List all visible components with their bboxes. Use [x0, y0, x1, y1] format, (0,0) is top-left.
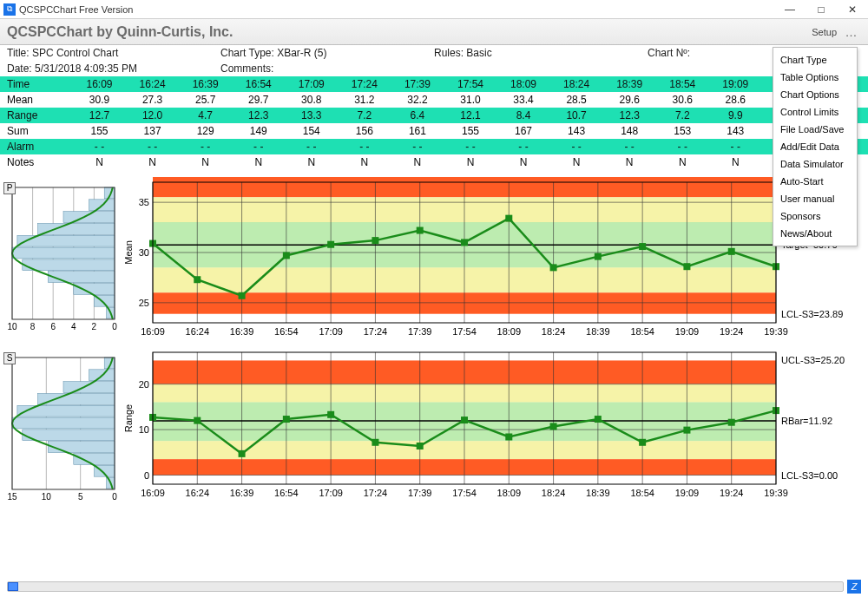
svg-text:16:09: 16:09 [141, 488, 165, 498]
svg-text:16:24: 16:24 [186, 326, 210, 337]
chart-area: 1086420 151050 P S 25303516:0916:2416:39… [0, 174, 868, 521]
cell: - - [709, 141, 762, 153]
cell: 161 [391, 125, 444, 137]
svg-text:LCL-S3=0.00: LCL-S3=0.00 [781, 470, 838, 481]
svg-rect-81 [505, 215, 512, 222]
cell: 143 [709, 125, 762, 137]
menu-item[interactable]: Chart Options [773, 86, 857, 103]
svg-text:19:24: 19:24 [720, 326, 744, 337]
window-titlebar: ⧉ QCSPCChart Free Version — □ ✕ [0, 0, 868, 19]
svg-text:UCL-S3=25.20: UCL-S3=25.20 [781, 355, 845, 365]
svg-rect-20 [74, 284, 115, 295]
svg-rect-16 [17, 235, 115, 246]
menu-item[interactable]: Auto-Start [773, 173, 857, 190]
menu-item[interactable]: Control Limits [773, 103, 857, 121]
menu-item[interactable]: File Load/Save [773, 121, 857, 138]
svg-text:16:39: 16:39 [230, 326, 254, 337]
cell: 4.7 [179, 109, 232, 121]
cell: N [444, 156, 496, 168]
svg-text:18:09: 18:09 [497, 326, 522, 337]
cell: 129 [179, 125, 232, 137]
svg-text:10: 10 [139, 424, 149, 435]
cell: 12.0 [126, 109, 179, 121]
cell: 25.7 [179, 94, 232, 106]
svg-text:16:09: 16:09 [141, 326, 165, 337]
scrollbar-thumb[interactable] [8, 582, 18, 591]
table-row-notes: NotesNNNNNNNNNNNNNNN [0, 154, 868, 170]
cell: 28.5 [550, 94, 603, 106]
s-toggle-button[interactable]: S [3, 352, 16, 364]
cell: 28.6 [709, 94, 762, 106]
cell: 30.8 [285, 94, 338, 106]
cell: 16:09 [73, 78, 126, 90]
svg-rect-18 [23, 259, 115, 271]
svg-text:17:24: 17:24 [364, 488, 388, 498]
cell: 18:54 [656, 78, 709, 90]
table-row-alarm: Alarm- -- -- -- -- -- -- -- -- -- -- -- … [0, 139, 868, 154]
svg-text:16:54: 16:54 [274, 488, 299, 498]
svg-rect-17 [12, 247, 115, 259]
svg-text:16:54: 16:54 [274, 326, 299, 337]
cell: N [73, 156, 126, 168]
svg-text:20: 20 [139, 379, 149, 390]
cell: 153 [656, 125, 709, 137]
row-label: Notes [0, 156, 73, 168]
close-button[interactable]: ✕ [837, 0, 868, 19]
menu-item[interactable]: News/About [773, 225, 857, 242]
svg-text:15: 15 [7, 492, 17, 502]
zoom-button[interactable]: Z [847, 580, 861, 594]
mean-histogram: 1086420 [3, 180, 118, 337]
svg-text:25: 25 [139, 298, 149, 308]
svg-rect-141 [327, 411, 334, 418]
more-button[interactable]: … [842, 25, 861, 39]
cell: 10.7 [550, 109, 603, 121]
cell: - - [550, 141, 603, 153]
cell: 137 [126, 125, 179, 137]
setup-button[interactable]: Setup [806, 25, 842, 39]
cell: - - [179, 141, 232, 153]
cell: - - [338, 141, 391, 153]
title-field: Title: SPC Control Chart [7, 47, 220, 59]
svg-text:Mean: Mean [123, 240, 134, 265]
svg-text:6: 6 [50, 322, 56, 331]
menu-item[interactable]: Sponsors [773, 207, 857, 225]
minimize-button[interactable]: — [774, 0, 806, 19]
cell: 6.4 [391, 109, 444, 121]
horizontal-scrollbar[interactable] [7, 581, 844, 592]
maximize-button[interactable]: □ [806, 0, 837, 19]
cell: 7.2 [338, 109, 391, 121]
cell: 30.6 [656, 94, 709, 106]
cell: N [126, 156, 179, 168]
cell: N [550, 156, 603, 168]
menu-item[interactable]: Add/Edit Data [773, 138, 857, 155]
cell: 12.3 [232, 109, 285, 121]
svg-text:17:54: 17:54 [452, 488, 477, 498]
cell: 143 [550, 125, 603, 137]
menu-item[interactable]: Table Options [773, 69, 857, 86]
p-toggle-button[interactable]: P [3, 182, 16, 194]
cell: 17:09 [285, 78, 338, 90]
svg-rect-75 [239, 292, 246, 299]
cell: 18:24 [550, 78, 603, 90]
svg-text:17:54: 17:54 [452, 326, 477, 337]
table-row-sum: Sum1551371291491541561611551671431481531… [0, 123, 868, 139]
menu-item[interactable]: Data Simulator [773, 155, 857, 173]
cell: N [391, 156, 444, 168]
svg-rect-146 [550, 423, 557, 430]
menu-item[interactable]: User manual [773, 190, 857, 207]
svg-rect-74 [194, 276, 201, 283]
cell: 12.7 [73, 109, 126, 121]
svg-text:LCL-S3=23.89: LCL-S3=23.89 [781, 309, 843, 319]
svg-rect-40 [74, 454, 115, 465]
cell: - - [603, 141, 656, 153]
svg-rect-144 [461, 417, 468, 423]
svg-rect-14 [63, 212, 115, 223]
app-title: QCSPCChart by Quinn-Curtis, Inc. [7, 24, 233, 40]
cell: 16:39 [179, 78, 232, 90]
summary-table: Time16:0916:2416:3916:5417:0917:2417:391… [0, 76, 868, 170]
cell: 31.2 [338, 94, 391, 106]
cell: - - [285, 141, 338, 153]
cell: 149 [232, 125, 285, 137]
cell: - - [497, 141, 550, 153]
menu-item[interactable]: Chart Type [773, 51, 857, 69]
